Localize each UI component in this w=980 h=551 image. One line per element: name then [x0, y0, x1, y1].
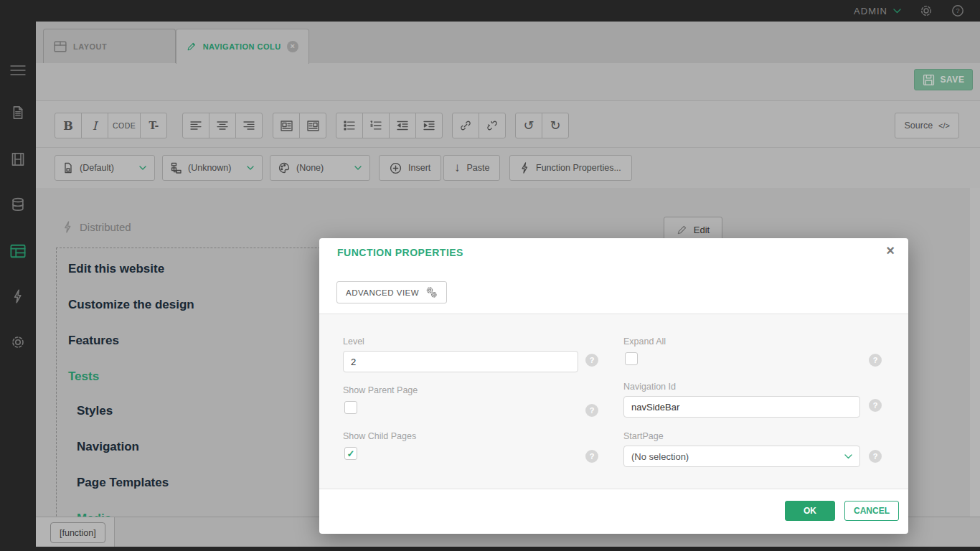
app-screen: ADMIN ? — [0, 0, 980, 551]
help-badge[interactable]: ? — [869, 354, 882, 367]
start-page-select[interactable]: (No selection) — [623, 446, 860, 467]
navigation-id-label: Navigation Id — [623, 382, 676, 392]
level-input[interactable] — [343, 351, 578, 372]
dialog-footer: OK CANCEL — [319, 490, 908, 534]
level-label: Level — [343, 336, 364, 347]
show-parent-page-label: Show Parent Page — [343, 385, 418, 395]
help-badge[interactable]: ? — [869, 399, 882, 412]
check-icon: ✓ — [347, 448, 355, 459]
close-icon[interactable]: × — [882, 242, 898, 259]
dialog-body: Level ? Expand All ? Show Parent Page ? … — [319, 314, 908, 489]
help-badge[interactable]: ? — [585, 404, 598, 417]
ok-button[interactable]: OK — [785, 501, 835, 521]
start-page-label: StartPage — [623, 431, 664, 441]
expand-all-checkbox[interactable] — [625, 352, 638, 365]
navigation-id-input[interactable] — [623, 396, 860, 418]
help-badge[interactable]: ? — [585, 354, 598, 367]
help-badge[interactable]: ? — [585, 450, 598, 463]
dialog-title: FUNCTION PROPERTIES — [337, 247, 463, 258]
show-child-pages-label: Show Child Pages — [343, 431, 416, 441]
start-page-value: (No selection) — [631, 451, 689, 462]
gears-icon — [425, 286, 438, 298]
function-properties-dialog: FUNCTION PROPERTIES × ADVANCED VIEW Leve… — [319, 238, 908, 534]
help-badge[interactable]: ? — [869, 450, 882, 463]
advanced-view-button[interactable]: ADVANCED VIEW — [336, 281, 447, 303]
chevron-down-icon — [844, 454, 852, 459]
cancel-button[interactable]: CANCEL — [844, 501, 899, 521]
show-parent-page-checkbox[interactable] — [344, 401, 357, 414]
advanced-view-label: ADVANCED VIEW — [346, 288, 419, 297]
show-child-pages-checkbox[interactable]: ✓ — [344, 447, 357, 460]
expand-all-label: Expand All — [623, 336, 666, 347]
